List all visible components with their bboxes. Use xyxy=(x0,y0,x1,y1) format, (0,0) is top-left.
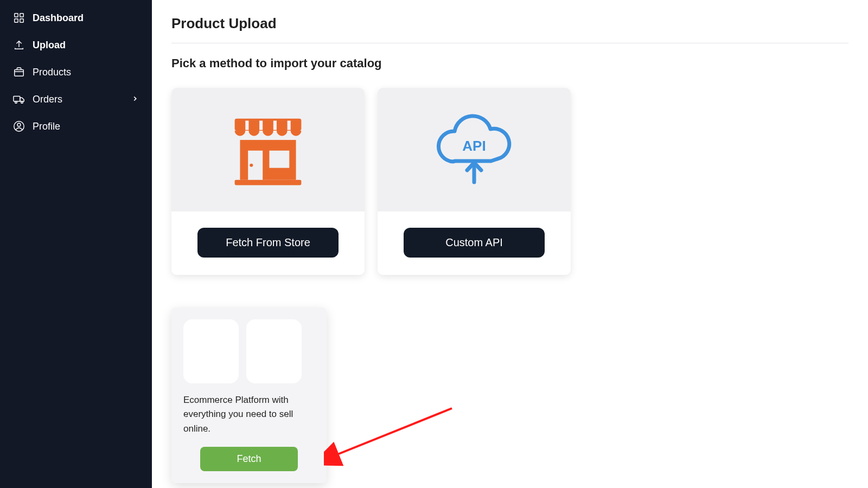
sidebar-item-label: Orders xyxy=(33,94,62,105)
svg-rect-3 xyxy=(20,19,23,22)
sidebar-item-upload[interactable]: Upload xyxy=(0,31,152,59)
method-card-store[interactable]: Fetch From Store xyxy=(171,88,365,275)
platform-thumbnail xyxy=(246,319,302,383)
sidebar-item-label: Upload xyxy=(33,40,66,51)
api-illustration: API xyxy=(378,88,571,211)
method-card-api[interactable]: API Custom API xyxy=(378,88,571,275)
svg-point-7 xyxy=(21,101,23,104)
svg-rect-5 xyxy=(14,97,20,101)
sidebar-item-label: Dashboard xyxy=(33,12,84,24)
fetch-button[interactable]: Fetch xyxy=(200,447,298,471)
api-icon-text: API xyxy=(462,138,486,154)
svg-rect-16 xyxy=(235,179,302,185)
upload-icon xyxy=(13,39,25,51)
platform-thumbnails xyxy=(183,319,315,383)
svg-rect-18 xyxy=(269,150,289,168)
sidebar-item-orders[interactable]: Orders xyxy=(0,86,152,113)
method-cards-row: Fetch From Store API Custom API xyxy=(171,88,848,275)
platform-description: Ecommerce Platform with everything you n… xyxy=(183,393,315,436)
svg-rect-0 xyxy=(15,14,18,17)
svg-point-9 xyxy=(17,123,21,126)
store-illustration xyxy=(171,88,365,211)
chevron-right-icon xyxy=(131,94,139,105)
svg-point-6 xyxy=(15,101,17,104)
svg-rect-10 xyxy=(235,118,302,130)
profile-icon xyxy=(13,120,25,132)
svg-rect-4 xyxy=(15,69,24,76)
fetch-from-store-button[interactable]: Fetch From Store xyxy=(197,228,339,258)
custom-api-button[interactable]: Custom API xyxy=(404,228,545,258)
main-content: Product Upload Pick a method to import y… xyxy=(152,0,868,488)
svg-rect-1 xyxy=(20,14,23,17)
page-title: Product Upload xyxy=(171,15,848,43)
products-icon xyxy=(13,66,25,78)
method-card-footer: Custom API xyxy=(378,211,571,275)
svg-rect-13 xyxy=(273,120,277,130)
orders-icon xyxy=(13,93,25,105)
sidebar-item-dashboard[interactable]: Dashboard xyxy=(0,4,152,31)
method-card-footer: Fetch From Store xyxy=(171,211,365,275)
dashboard-icon xyxy=(13,12,25,24)
sidebar: Dashboard Upload Products Orders Profile xyxy=(0,0,152,488)
svg-rect-2 xyxy=(15,19,18,22)
sidebar-item-label: Products xyxy=(33,67,71,78)
cloud-api-icon: API xyxy=(428,112,520,188)
sidebar-item-products[interactable]: Products xyxy=(0,59,152,86)
section-subtitle: Pick a method to import your catalog xyxy=(171,56,848,70)
store-icon xyxy=(227,113,309,187)
svg-rect-12 xyxy=(259,120,263,130)
svg-rect-14 xyxy=(288,120,291,130)
svg-point-20 xyxy=(250,163,253,166)
sidebar-item-label: Profile xyxy=(33,121,60,132)
sidebar-item-profile[interactable]: Profile xyxy=(0,113,152,140)
platform-card: Ecommerce Platform with everything you n… xyxy=(171,307,327,483)
svg-rect-11 xyxy=(245,120,248,130)
platform-thumbnail xyxy=(183,319,239,383)
